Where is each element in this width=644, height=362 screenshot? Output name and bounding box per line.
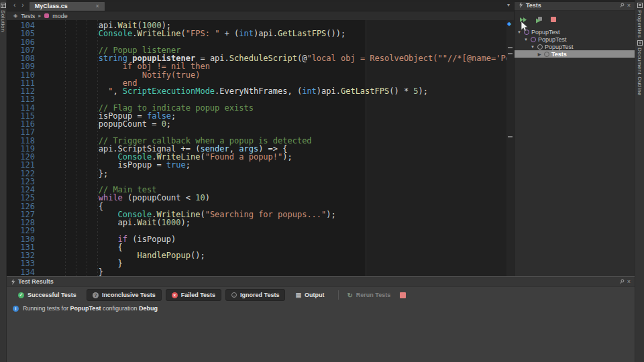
output-icon: ▤ <box>295 292 301 298</box>
expand-arrow-icon[interactable]: ▶ <box>537 52 542 56</box>
info-icon: i <box>13 306 19 312</box>
right-tool-strip: Properties Document Outline <box>635 0 644 362</box>
ide-window: Solution ‹ › MyClass.cs × ▾ ◈ Tests ▸ mo… <box>0 0 644 362</box>
breadcrumb-item-tests[interactable]: Tests <box>21 13 35 19</box>
inconclusive-icon: ? <box>93 292 99 298</box>
lightning-icon <box>519 2 523 8</box>
code-line[interactable]: 105 Console.WriteLine("FPS: " + (int)api… <box>7 29 506 38</box>
collapse-arrow-icon[interactable]: ▼ <box>530 45 535 49</box>
filter-output-button[interactable]: ▤Output <box>289 289 330 301</box>
results-panel-title: Test Results <box>18 278 616 285</box>
tab-overflow-icon[interactable]: ▾ <box>507 2 514 11</box>
pin-icon[interactable] <box>619 3 625 8</box>
sidebar-tab-properties[interactable]: Properties <box>637 0 643 38</box>
tab-label: MyClass.cs <box>35 3 68 9</box>
code-lines: 104 api.Wait(1000);105 Console.WriteLine… <box>7 21 506 276</box>
scrollbar-mark <box>508 136 513 137</box>
code-text: popupCount = 0; <box>35 120 171 128</box>
code-text: }; <box>35 170 108 178</box>
nav-forward-icon[interactable]: › <box>21 2 23 9</box>
status-mode: Debug <box>139 305 158 312</box>
document-outline-icon <box>637 40 643 46</box>
tests-toolbar <box>515 11 635 28</box>
failed-icon: × <box>172 292 178 298</box>
breadcrumb-item-mode[interactable]: mode <box>52 13 68 19</box>
line-number: 110 <box>7 71 35 79</box>
tree-row-popuptest[interactable]: ▼PopupTest <box>515 36 635 43</box>
line-number: 134 <box>7 268 35 276</box>
properties-icon <box>637 3 643 8</box>
nav-back-icon[interactable]: ‹ <box>13 2 15 9</box>
line-number: 105 <box>7 29 35 38</box>
tab-myclass[interactable]: MyClass.cs × <box>30 1 105 11</box>
tree-row-popuptest[interactable]: ▼PopupTest <box>515 28 635 36</box>
close-icon[interactable]: × <box>627 2 631 9</box>
tab-close-icon[interactable]: × <box>95 3 99 9</box>
scrollbar-mark <box>508 47 513 48</box>
line-number: 122 <box>7 170 35 178</box>
filter-label: Failed Tests <box>181 292 215 298</box>
line-number: 133 <box>7 259 35 267</box>
code-text <box>35 95 40 103</box>
results-status: i Running tests for PopupTest configurat… <box>7 303 635 314</box>
test-node-icon <box>544 52 549 57</box>
code-text: api.Wait(1000); <box>35 219 191 227</box>
filter-label: Output <box>305 292 325 298</box>
lightning-icon <box>11 279 15 285</box>
code-editor[interactable]: 104 api.Wait(1000);105 Console.WriteLine… <box>7 20 514 276</box>
left-tool-strip: Solution <box>0 0 7 362</box>
code-line[interactable]: 134 } <box>7 268 506 276</box>
collapse-arrow-icon[interactable]: ▼ <box>517 30 522 34</box>
test-node-icon <box>537 44 543 50</box>
sidebar-tab-document-outline[interactable]: Document Outline <box>637 38 643 96</box>
tree-label: PopupTest <box>531 29 560 36</box>
tree-row-popuptest[interactable]: ▼PopupTest <box>515 43 635 50</box>
rerun-label: Rerun Tests <box>356 292 390 298</box>
line-number: 125 <box>7 194 35 202</box>
line-number: 126 <box>7 202 35 210</box>
line-number: 106 <box>7 38 35 46</box>
line-number: 114 <box>7 104 35 112</box>
close-icon[interactable]: × <box>627 278 631 285</box>
code-text <box>35 38 40 46</box>
rerun-icon: ↻ <box>347 292 352 299</box>
line-number: 109 <box>7 62 35 70</box>
filter-label: Successful Tests <box>28 292 76 298</box>
sidebar-tab-solution[interactable]: Solution <box>0 0 6 32</box>
scrollbar-mark <box>508 53 513 54</box>
success-icon: ✓ <box>18 292 24 298</box>
code-line[interactable]: 116 popupCount = 0; <box>7 120 506 128</box>
rerun-tests-button[interactable]: ↻ Rerun Tests <box>347 292 390 299</box>
tree-row-tests[interactable]: ▶Tests <box>515 50 635 58</box>
title-strip <box>7 0 635 2</box>
collapse-arrow-icon[interactable]: ▼ <box>523 38 529 42</box>
debug-tests-icon[interactable] <box>535 16 543 23</box>
code-text <box>35 128 40 136</box>
caret-marker-icon: ◆ <box>507 21 511 27</box>
filter-ignored-button[interactable]: –Ignored Tests <box>225 289 285 301</box>
pin-icon[interactable] <box>619 279 625 284</box>
stop-icon[interactable] <box>400 292 406 298</box>
filter-inconclusive-button[interactable]: ?Inconclusive Tests <box>87 289 162 301</box>
test-results-panel: Test Results × ✓Successful Tests?Inconcl… <box>7 276 635 362</box>
editor-scrollbar[interactable]: ◆ <box>506 20 514 276</box>
code-text <box>35 227 40 235</box>
tests-tree: ▼PopupTest▼PopupTest▼PopupTest▶Tests <box>515 28 635 276</box>
run-tests-icon[interactable] <box>519 16 527 23</box>
results-panel-header: Test Results × <box>7 277 635 287</box>
results-toolbar: ✓Successful Tests?Inconclusive Tests×Fai… <box>7 287 635 303</box>
method-icon <box>44 13 49 18</box>
code-line[interactable]: 128 api.Wait(1000); <box>7 219 506 227</box>
stop-tests-icon[interactable] <box>551 17 556 22</box>
code-text <box>35 178 40 186</box>
chevron-right-icon: ▸ <box>38 13 41 19</box>
ignored-icon: – <box>231 292 237 298</box>
filter-success-button[interactable]: ✓Successful Tests <box>12 289 83 301</box>
filter-label: Inconclusive Tests <box>102 292 156 298</box>
filter-failed-button[interactable]: ×Failed Tests <box>166 289 221 301</box>
code-line[interactable]: 122 }; <box>7 170 506 178</box>
breadcrumb: ◈ Tests ▸ mode <box>7 11 514 20</box>
code-line[interactable]: 112 ", ScriptExecutionMode.EveryNthFrame… <box>7 87 506 95</box>
line-number: 129 <box>7 227 35 235</box>
status-config: PopupTest <box>70 305 101 312</box>
